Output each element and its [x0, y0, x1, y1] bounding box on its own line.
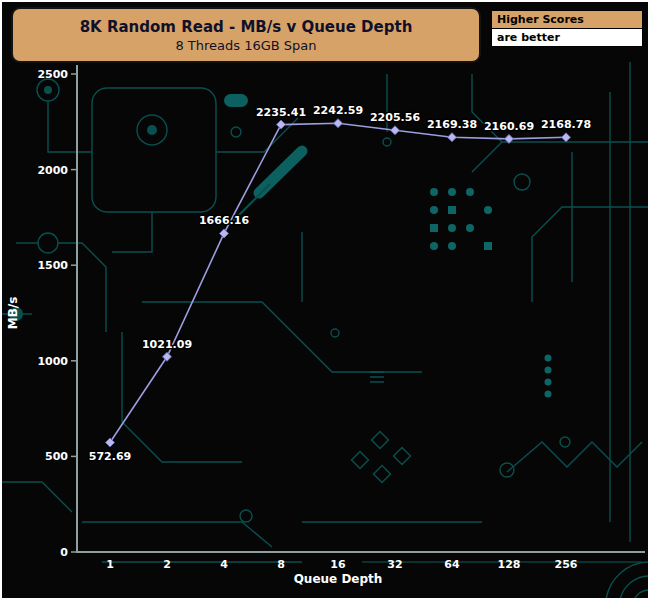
- y-tick-label: 1500: [37, 259, 68, 272]
- data-label: 1021.09: [142, 338, 192, 351]
- data-label: 572.69: [89, 450, 131, 463]
- title-box: 8K Random Read - MB/s v Queue Depth 8 Th…: [11, 7, 481, 63]
- x-axis-title: Queue Depth: [294, 572, 383, 586]
- plot-area: Queue Depth MB/s 05001000150020002500124…: [2, 2, 650, 600]
- x-tick-label: 256: [555, 558, 578, 571]
- data-point: [562, 133, 571, 142]
- chart-title: 8K Random Read - MB/s v Queue Depth: [80, 18, 413, 36]
- data-label: 2168.78: [541, 118, 591, 131]
- data-label: 2205.56: [370, 111, 420, 124]
- data-point: [391, 126, 400, 135]
- note-bottom-label: are better: [491, 29, 643, 47]
- y-tick-label: 1000: [37, 355, 68, 368]
- y-tick-label: 2500: [37, 68, 68, 81]
- y-tick-label: 2000: [37, 164, 68, 177]
- x-tick-label: 1: [106, 558, 114, 571]
- data-label: 2235.41: [256, 106, 306, 119]
- data-label: 1666.16: [199, 214, 249, 227]
- x-tick-label: 16: [330, 558, 346, 571]
- data-point: [277, 120, 286, 129]
- series-line: [110, 123, 566, 442]
- x-tick-label: 2: [163, 558, 171, 571]
- y-tick-label: 500: [45, 450, 68, 463]
- data-point: [448, 133, 457, 142]
- data-point: [505, 134, 514, 143]
- y-tick-label: 0: [60, 546, 68, 559]
- data-point: [334, 119, 343, 128]
- chart-frame: 8K Random Read - MB/s v Queue Depth 8 Th…: [0, 0, 650, 600]
- data-point: [220, 229, 229, 238]
- data-point: [106, 438, 115, 447]
- x-tick-label: 8: [277, 558, 285, 571]
- data-label: 2169.38: [427, 118, 477, 131]
- chart-subtitle: 8 Threads 16GB Span: [175, 38, 316, 53]
- data-label: 2242.59: [313, 104, 363, 117]
- x-tick-label: 64: [444, 558, 460, 571]
- x-tick-label: 128: [498, 558, 521, 571]
- data-label: 2160.69: [484, 120, 534, 133]
- x-tick-label: 32: [387, 558, 402, 571]
- note-box: Higher Scores are better: [491, 10, 643, 47]
- data-point: [163, 352, 172, 361]
- x-tick-label: 4: [220, 558, 228, 571]
- note-top-label: Higher Scores: [491, 10, 643, 29]
- y-axis-title: MB/s: [6, 297, 20, 330]
